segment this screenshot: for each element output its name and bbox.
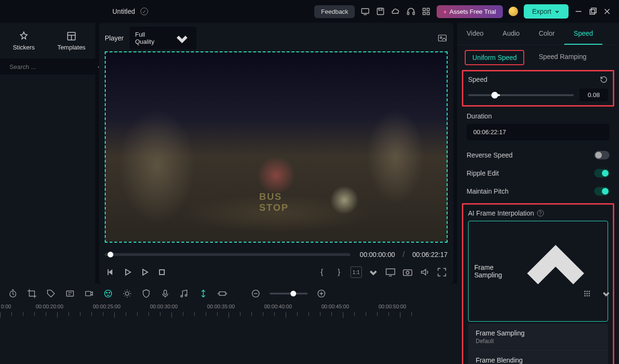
ripple-edit-toggle[interactable]	[594, 169, 609, 177]
external-icon[interactable]	[385, 266, 396, 278]
speed-label: Speed	[468, 76, 487, 83]
ai-frame-highlight-box: AI Frame Interpolation ? Frame Sampling …	[462, 203, 614, 364]
brace-left-icon[interactable]: {	[316, 266, 328, 278]
music-icon[interactable]	[179, 288, 190, 299]
sync-status-icon: ✓	[140, 8, 148, 15]
save-icon[interactable]	[376, 7, 385, 16]
svg-rect-9	[427, 12, 429, 15]
road-marking: BUS STOP	[259, 191, 289, 213]
svg-point-27	[406, 271, 409, 274]
current-time: 00:00:00:00	[360, 251, 395, 258]
tab-audio[interactable]: Audio	[493, 23, 529, 45]
preview-viewport[interactable]: BUS STOP	[105, 51, 448, 243]
progress-bar[interactable]	[105, 253, 350, 256]
timer-icon[interactable]	[8, 288, 18, 299]
sun-icon[interactable]	[122, 288, 132, 299]
text-icon[interactable]	[65, 288, 75, 299]
svg-rect-22	[108, 269, 109, 275]
ai-interpolation-options: Frame Sampling Default Frame Blending Fa…	[468, 324, 608, 364]
record-icon[interactable]	[84, 288, 94, 299]
reverse-speed-toggle[interactable]	[594, 151, 609, 159]
properties-panel: Video Audio Color Speed Uniform Speed Sp…	[457, 23, 619, 284]
gem-icon: ♦	[443, 8, 447, 15]
tags-icon[interactable]	[46, 288, 56, 299]
mic-icon[interactable]	[160, 288, 170, 299]
svg-point-48	[587, 293, 588, 295]
help-icon[interactable]: ?	[537, 210, 544, 216]
option-frame-sampling[interactable]: Frame Sampling Default	[468, 324, 608, 351]
zoom-slider[interactable]	[270, 293, 308, 295]
minimize-button[interactable]	[574, 7, 583, 16]
prev-frame-button[interactable]	[105, 266, 116, 278]
tab-color[interactable]: Color	[529, 23, 564, 45]
zoom-out-button[interactable]	[250, 288, 261, 299]
display-icon[interactable]	[360, 7, 370, 16]
close-button[interactable]	[603, 7, 611, 16]
svg-rect-0	[362, 9, 369, 13]
svg-point-51	[587, 295, 588, 296]
quality-select[interactable]: Full Quality	[130, 27, 197, 50]
maintain-pitch-toggle[interactable]	[594, 187, 609, 196]
timeline-ruler[interactable]: 0:00 00:00:20:00 00:00:25:00 00:00:30:00…	[0, 304, 619, 318]
ratio-icon[interactable]: 1:1	[350, 266, 362, 278]
cloud-icon[interactable]	[391, 7, 400, 16]
project-title: Untitled	[112, 8, 135, 15]
svg-point-31	[105, 290, 112, 297]
fit-icon[interactable]	[217, 288, 228, 299]
speed-slider[interactable]	[468, 94, 574, 96]
svg-rect-8	[423, 12, 426, 15]
maintain-pitch-label: Maintain Pitch	[467, 187, 509, 195]
volume-icon[interactable]	[419, 266, 430, 278]
stickers-tab[interactable]: Stickers	[0, 27, 48, 55]
assets-trial-badge[interactable]: ♦Assets Free Trial	[437, 5, 502, 18]
fullscreen-icon[interactable]	[436, 266, 448, 278]
svg-rect-30	[86, 291, 91, 295]
svg-point-21	[440, 37, 442, 39]
player-label: Player	[105, 34, 124, 42]
duration-label: Duration	[467, 112, 609, 120]
face-icon[interactable]	[103, 288, 113, 299]
chevron-down-small-icon[interactable]	[368, 266, 379, 278]
snapshot-icon[interactable]	[437, 33, 448, 43]
grid-view-icon[interactable]	[582, 288, 592, 299]
play-button[interactable]	[122, 266, 133, 278]
svg-rect-2	[378, 8, 384, 14]
speed-value[interactable]: 0.08	[579, 89, 608, 101]
option-frame-blending[interactable]: Frame Blending Faster but lower quality	[468, 351, 608, 364]
chevron-down-icon	[173, 30, 191, 47]
export-button[interactable]: Export	[524, 4, 569, 19]
headphones-icon[interactable]	[406, 7, 416, 16]
grid-icon[interactable]	[421, 7, 431, 16]
svg-rect-12	[591, 8, 596, 13]
svg-point-33	[109, 292, 110, 293]
marker-icon[interactable]	[198, 288, 209, 299]
next-button[interactable]	[139, 266, 150, 278]
brace-right-icon[interactable]: }	[333, 266, 345, 278]
speed-ramping-subtab[interactable]: Speed Ramping	[532, 50, 593, 65]
stop-button[interactable]	[156, 266, 168, 278]
maximize-button[interactable]	[589, 7, 597, 16]
feedback-button[interactable]: Feedback	[314, 5, 355, 18]
reset-speed-icon[interactable]	[599, 75, 608, 84]
titlebar: Untitled ✓ Feedback ♦Assets Free Trial E…	[0, 0, 619, 23]
search-input[interactable]	[10, 63, 90, 70]
svg-point-34	[125, 292, 129, 295]
duration-input[interactable]	[467, 124, 609, 140]
svg-rect-6	[423, 8, 426, 10]
svg-point-47	[584, 293, 586, 295]
svg-point-50	[584, 295, 586, 296]
uniform-speed-subtab[interactable]: Uniform Speed	[465, 50, 524, 65]
camera-icon[interactable]	[402, 266, 413, 278]
svg-rect-24	[386, 269, 395, 275]
svg-point-37	[185, 295, 187, 296]
shield-icon[interactable]	[141, 288, 151, 299]
templates-tab[interactable]: Templates	[48, 27, 95, 55]
templates-icon	[66, 30, 77, 42]
svg-rect-4	[408, 12, 409, 15]
moon-icon[interactable]	[509, 7, 518, 16]
tab-video[interactable]: Video	[457, 23, 493, 45]
tab-speed[interactable]: Speed	[564, 23, 602, 45]
chevron-down-icon[interactable]	[601, 288, 611, 299]
crop-icon[interactable]	[27, 288, 37, 299]
zoom-in-button[interactable]	[316, 288, 327, 299]
